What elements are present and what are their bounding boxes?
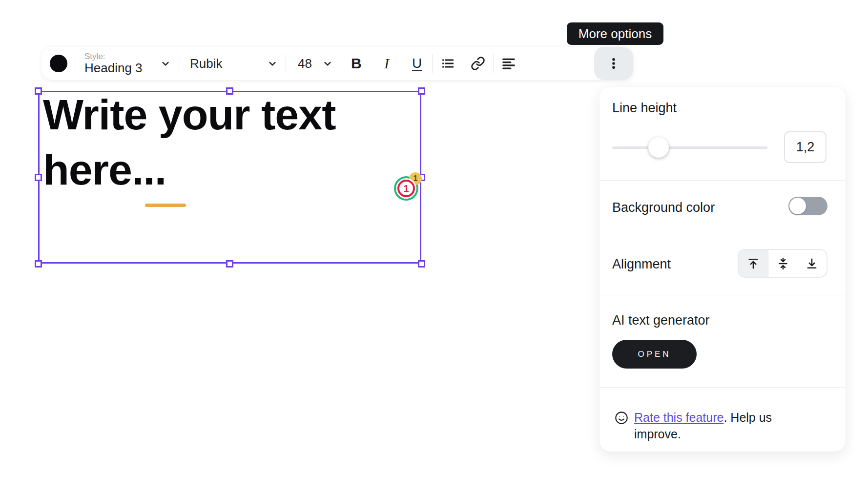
- bullet-list-button[interactable]: [433, 47, 463, 80]
- text-toolbar: Style: Heading 3 Rubik 48 B I U: [41, 47, 633, 80]
- style-value: Heading 3: [84, 61, 143, 75]
- line-height-slider-thumb[interactable]: [648, 137, 669, 158]
- align-middle-button[interactable]: [768, 250, 798, 277]
- font-size-dropdown[interactable]: 48: [286, 47, 341, 80]
- link-button[interactable]: [463, 47, 493, 80]
- kebab-menu-icon: [607, 57, 620, 70]
- line-height-slider-track[interactable]: [612, 146, 767, 149]
- panel-divider: [599, 238, 846, 238]
- background-color-label: Background color: [612, 200, 715, 215]
- rate-feature-link[interactable]: Rate this feature: [634, 411, 723, 424]
- bold-button[interactable]: B: [341, 47, 372, 80]
- text-color-swatch[interactable]: [50, 55, 67, 72]
- align-bottom-button[interactable]: [797, 250, 827, 277]
- bullet-list-icon: [441, 57, 455, 70]
- style-caption: Style:: [84, 52, 143, 61]
- comment-count-circle[interactable]: 1: [396, 178, 416, 199]
- chevron-down-icon: [321, 57, 334, 70]
- background-color-toggle[interactable]: [788, 197, 827, 215]
- align-middle-icon: [776, 257, 790, 270]
- font-size-value: 48: [298, 56, 312, 71]
- line-height-label: Line height: [612, 101, 677, 116]
- style-dropdown[interactable]: Style: Heading 3: [75, 47, 179, 80]
- underline-button[interactable]: U: [402, 47, 432, 80]
- chevron-down-icon: [266, 57, 279, 70]
- ai-generator-open-button[interactable]: OPEN: [612, 340, 697, 369]
- rate-feature-row: Rate this feature. Help us improve.: [615, 409, 805, 442]
- line-height-value-field[interactable]: 1,2: [784, 131, 827, 163]
- align-top-icon: [746, 257, 760, 270]
- panel-divider: [599, 387, 846, 388]
- link-icon: [471, 56, 485, 71]
- alignment-label: Alignment: [612, 257, 671, 272]
- resize-handle-middle-left[interactable]: [35, 174, 42, 181]
- selection-box[interactable]: [38, 91, 421, 264]
- toggle-knob: [789, 198, 806, 214]
- resize-handle-top-right[interactable]: [418, 87, 425, 95]
- text-align-button[interactable]: [494, 47, 524, 80]
- align-bottom-icon: [805, 257, 819, 270]
- smiley-icon: [615, 411, 628, 425]
- resize-handle-top-left[interactable]: [35, 87, 42, 95]
- resize-handle-bottom-middle[interactable]: [226, 260, 233, 268]
- comment-count: 1: [397, 180, 415, 197]
- more-options-panel: Line height 1,2 Background color Alignme…: [599, 87, 846, 452]
- more-options-button[interactable]: [594, 47, 633, 80]
- ai-text-generator-label: AI text generator: [612, 313, 710, 328]
- align-top-button[interactable]: [739, 250, 768, 277]
- align-left-icon: [501, 56, 516, 71]
- resize-handle-top-middle[interactable]: [226, 87, 233, 95]
- font-family-value: Rubik: [190, 56, 222, 71]
- italic-button[interactable]: I: [372, 47, 402, 80]
- vertical-alignment-control: [738, 249, 827, 278]
- resize-handle-bottom-right[interactable]: [418, 260, 425, 268]
- resize-handle-bottom-left[interactable]: [35, 260, 42, 268]
- chevron-down-icon: [159, 57, 172, 70]
- panel-divider: [599, 180, 846, 181]
- font-family-dropdown[interactable]: Rubik: [179, 47, 286, 80]
- more-options-tooltip: More options: [567, 22, 663, 45]
- rate-feature-text: Rate this feature. Help us improve.: [634, 409, 788, 442]
- panel-divider: [599, 295, 846, 295]
